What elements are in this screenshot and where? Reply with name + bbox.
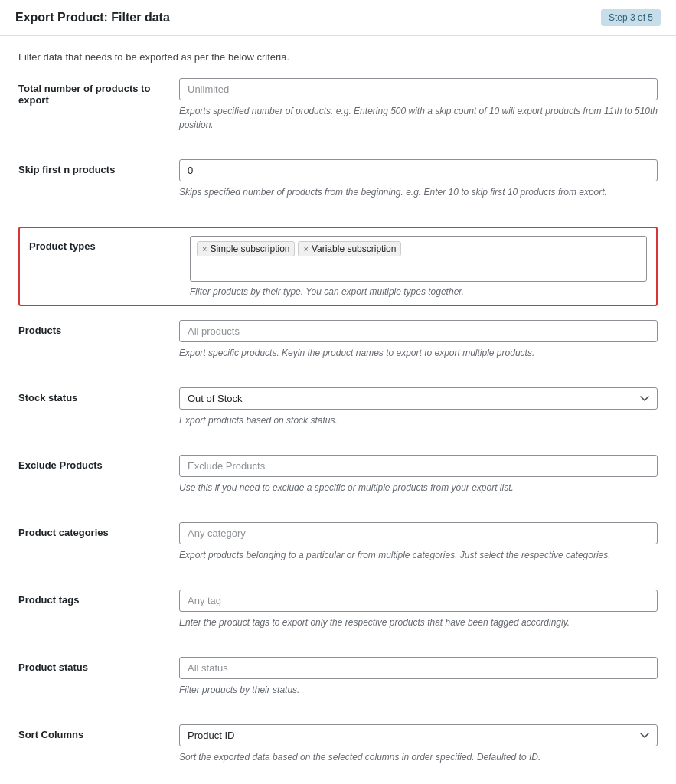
exclude-products-input[interactable] (179, 455, 658, 477)
stock-status-field: All In Stock Out of Stock On Backorder E… (179, 387, 658, 427)
product-types-help: Filter products by their type. You can e… (190, 286, 647, 297)
exclude-products-row: Exclude Products Use this if you need to… (18, 455, 658, 508)
step-badge: Step 3 of 5 (601, 9, 661, 26)
tag-variable-subscription: × Variable subscription (298, 241, 401, 256)
total-products-row: Total number of products to export Expor… (18, 78, 658, 145)
product-categories-input[interactable] (179, 522, 658, 544)
sort-columns-field: Product ID Name SKU Price Sort the expor… (179, 724, 658, 764)
product-status-help: Filter products by their status. (179, 683, 658, 697)
total-products-input[interactable] (179, 78, 658, 100)
skip-products-input[interactable] (179, 159, 658, 181)
page-header: Export Product: Filter data Step 3 of 5 (0, 0, 676, 36)
skip-products-label: Skip first n products (18, 159, 179, 175)
exclude-products-field: Use this if you need to exclude a specif… (179, 455, 658, 495)
product-tags-input[interactable] (179, 590, 658, 612)
tag-simple-remove[interactable]: × (202, 244, 207, 253)
total-products-field: Exports specified number of products. e.… (179, 78, 658, 132)
page-content: Filter data that needs to be exported as… (0, 36, 676, 784)
page-title: Export Product: Filter data (15, 11, 170, 24)
stock-status-label: Stock status (18, 387, 179, 403)
product-categories-row: Product categories Export products belon… (18, 522, 658, 576)
skip-products-row: Skip first n products Skips specified nu… (18, 159, 658, 213)
products-label: Products (18, 320, 179, 336)
product-types-tags-container[interactable]: × Simple subscription × Variable subscri… (190, 236, 647, 282)
product-tags-help: Enter the product tags to export only th… (179, 616, 658, 629)
product-types-field: × Simple subscription × Variable subscri… (190, 236, 647, 297)
total-products-label: Total number of products to export (18, 78, 179, 106)
skip-products-help: Skips specified number of products from … (179, 185, 658, 199)
product-tags-label: Product tags (18, 590, 179, 606)
sort-columns-label: Sort Columns (18, 724, 179, 740)
product-categories-label: Product categories (18, 522, 179, 538)
sort-columns-help: Sort the exported data based on the sele… (179, 750, 658, 764)
product-status-label: Product status (18, 657, 179, 673)
stock-status-help: Export products based on stock status. (179, 413, 658, 427)
product-tags-row: Product tags Enter the product tags to e… (18, 590, 658, 643)
stock-status-row: Stock status All In Stock Out of Stock O… (18, 387, 658, 441)
sort-columns-select[interactable]: Product ID Name SKU Price (179, 724, 658, 746)
product-status-row: Product status Filter products by their … (18, 657, 658, 710)
exclude-products-help: Use this if you need to exclude a specif… (179, 481, 658, 495)
product-tags-field: Enter the product tags to export only th… (179, 590, 658, 629)
page-description: Filter data that needs to be exported as… (18, 51, 658, 63)
stock-status-select[interactable]: All In Stock Out of Stock On Backorder (179, 387, 658, 410)
product-status-input[interactable] (179, 657, 658, 679)
products-row: Products Export specific products. Keyin… (18, 320, 658, 374)
product-categories-field: Export products belonging to a particula… (179, 522, 658, 562)
products-input[interactable] (179, 320, 658, 342)
tag-simple-label: Simple subscription (210, 243, 289, 254)
exclude-products-label: Exclude Products (18, 455, 179, 471)
sort-columns-row: Sort Columns Product ID Name SKU Price S… (18, 724, 658, 778)
tag-variable-remove[interactable]: × (303, 244, 308, 253)
product-categories-help: Export products belonging to a particula… (179, 548, 658, 562)
total-products-help: Exports specified number of products. e.… (179, 104, 658, 132)
tag-simple-subscription: × Simple subscription (197, 241, 295, 256)
products-help: Export specific products. Keyin the prod… (179, 346, 658, 360)
product-types-label: Product types (29, 236, 190, 252)
product-status-field: Filter products by their status. (179, 657, 658, 697)
product-types-highlighted-row: Product types × Simple subscription × Va… (18, 227, 658, 306)
skip-products-field: Skips specified number of products from … (179, 159, 658, 199)
tag-variable-label: Variable subscription (312, 243, 397, 254)
products-field: Export specific products. Keyin the prod… (179, 320, 658, 360)
